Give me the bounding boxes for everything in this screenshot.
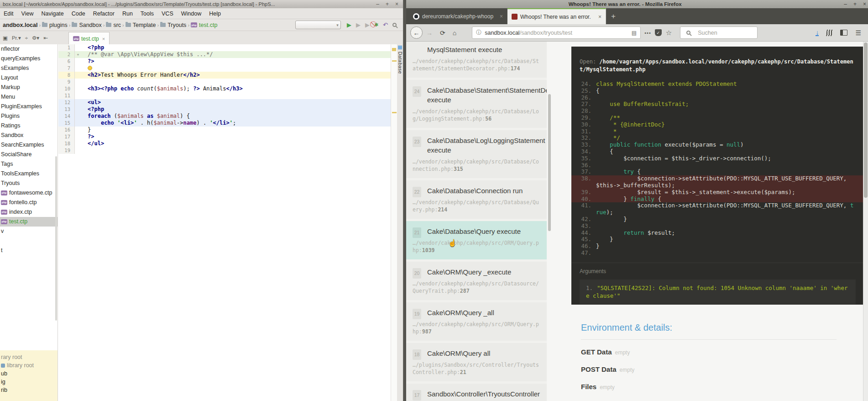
settings-gear-icon[interactable]: ⚙▾ — [32, 35, 39, 41]
intention-bulb-icon[interactable] — [88, 66, 92, 70]
ide-minimize-button[interactable]: – — [376, 1, 379, 7]
forward-button[interactable]: → — [426, 29, 433, 37]
tree-item-Menu[interactable]: Menu — [0, 92, 58, 102]
editor-line-12[interactable]: 12<ul> — [58, 99, 391, 106]
source-code-view[interactable]: 24.class MysqlStatement extends PDOState… — [571, 81, 864, 257]
warning-mark[interactable] — [392, 60, 397, 62]
site-info-icon[interactable]: ⓘ — [476, 29, 481, 37]
profile-button[interactable]: ▶ — [365, 21, 370, 28]
breadcrumb-item-src[interactable]: src — [106, 22, 121, 28]
stack-frame-24[interactable]: 24Cake\Database\Statement\StatementDecor… — [406, 80, 547, 128]
fold-marker[interactable]: + — [75, 51, 81, 58]
editor-line-11[interactable]: 11 — [58, 92, 391, 99]
editor-line-8[interactable]: 8<h2>Test Whoops Error Handler</h2> — [58, 72, 391, 79]
browser-title-bar[interactable]: Whoops! There was an error. - Mozilla Fi… — [406, 0, 868, 8]
menu-item-edit[interactable]: Edit — [4, 11, 14, 17]
editor-line-2[interactable]: 2+/** @var \App\View\AppView $this ...*/ — [58, 51, 391, 58]
stack-frame-22[interactable]: 22Cake\Database\Connection run…/vendor/c… — [406, 180, 547, 219]
browser-minimize-button[interactable]: – — [844, 1, 847, 7]
stack-frame-18[interactable]: 18Cake\ORM\Query all…/plugins/Sandbox/sr… — [406, 343, 547, 381]
menu-item-navigate[interactable]: Navigate — [41, 11, 63, 17]
tree-item-Layout[interactable]: Layout — [0, 73, 58, 83]
editor-line-7[interactable]: 7 — [58, 65, 391, 72]
editor-line-15[interactable]: 15 echo '<li>' . h($animal->name) . '</l… — [58, 120, 391, 127]
stack-frame-17[interactable]: 17Sandbox\Controller\TryoutsController t… — [406, 384, 547, 401]
ide-maximize-button[interactable]: + — [386, 1, 389, 7]
editor-line-19[interactable]: 19 — [58, 147, 391, 154]
tree-item-fontawesome.ctp[interactable]: phpfontawesome.ctp — [0, 188, 58, 198]
project-panel-icon[interactable]: ▣ — [3, 35, 8, 41]
page-scrollbar-thumb[interactable] — [864, 42, 868, 198]
stack-frame-21[interactable]: 21Cake\Database\Query execute…/vendor/ca… — [406, 221, 547, 259]
warning-mark[interactable] — [392, 112, 397, 113]
menu-item-view[interactable]: View — [21, 11, 34, 17]
editor-line-1[interactable]: 1<?php — [58, 44, 391, 51]
editor-tab-test-ctp[interactable]: php test.ctp × — [68, 32, 110, 45]
tree-item-test.ctp[interactable]: phptest.ctp — [0, 217, 58, 227]
menu-item-tools[interactable]: Tools — [141, 11, 154, 17]
editor-line-9[interactable]: 9 — [58, 79, 391, 85]
stack-frame-top[interactable]: MysqlStatement execute…/vendor/cakephp/c… — [406, 42, 547, 78]
tree-item-Tryouts[interactable]: Tryouts — [0, 179, 58, 188]
tracking-shield-icon[interactable]: ✓ — [655, 29, 662, 36]
search-icon[interactable] — [392, 23, 397, 27]
tree-item-nflector[interactable]: nflector — [0, 44, 58, 54]
search-bar[interactable]: Suchen — [680, 26, 758, 39]
editor-line-17[interactable]: 17?> — [58, 133, 391, 140]
stack-frame-23[interactable]: 23Cake\Database\Log\LoggingStatement exe… — [406, 130, 547, 178]
tree-item-SearchExamples[interactable]: SearchExamples — [0, 140, 58, 150]
project-panel-title[interactable]: Pr.▾ — [12, 35, 21, 41]
menu-item-refactor[interactable]: Refactor — [93, 11, 115, 17]
menu-item-help[interactable]: Help — [209, 11, 221, 17]
debug-button[interactable]: ▶ — [356, 21, 361, 28]
editor-line-6[interactable]: 6?> — [58, 58, 391, 65]
tree-item-SocialShare[interactable]: SocialShare — [0, 150, 58, 159]
editor-line-13[interactable]: 13<?php — [58, 106, 391, 113]
tree-scrollbar[interactable] — [55, 156, 57, 321]
split-view-icon[interactable]: ÷ — [25, 35, 28, 41]
tree-item-Ratings[interactable]: Ratings — [0, 121, 58, 131]
tree-item-PluginExamples[interactable]: PluginExamples — [0, 102, 58, 111]
editor-marker-strip[interactable] — [391, 44, 397, 401]
undo-icon[interactable]: ↶ — [383, 21, 388, 28]
breadcrumb-item-plugins[interactable]: plugins — [42, 22, 68, 28]
tree-item-sExamples[interactable]: sExamples — [0, 63, 58, 73]
tree-item-rib[interactable]: rib — [0, 386, 58, 394]
editor-line-10[interactable]: 10<h3><?php echo count($animals); ?> Ani… — [58, 85, 391, 92]
ide-close-button[interactable]: × — [395, 1, 398, 7]
tab-close-icon[interactable]: × — [102, 36, 105, 42]
tree-item-ub[interactable]: ub — [0, 369, 58, 378]
page-actions-icon[interactable]: ••• — [644, 30, 651, 36]
menu-icon[interactable]: ☰ — [855, 29, 861, 37]
run-button[interactable]: ▶ — [347, 21, 351, 28]
breadcrumb-item-andbox.local[interactable]: andbox.local — [3, 22, 37, 28]
tree-item-fontello.ctp[interactable]: phpfontello.ctp — [0, 198, 58, 207]
hide-panel-icon[interactable]: ⇤ — [43, 35, 48, 41]
stack-frame-19[interactable]: 19Cake\ORM\Query _all…/vendor/cakephp/ca… — [406, 302, 547, 341]
tree-item-blank[interactable] — [0, 236, 58, 246]
tree-item-library-root[interactable]: library root — [0, 361, 58, 369]
tree-item-Sandbox[interactable]: Sandbox — [0, 131, 58, 140]
stack-frame-20[interactable]: 20Cake\ORM\Query _execute…/vendor/cakeph… — [406, 262, 547, 300]
breadcrumb-item-test.ctp[interactable]: phptest.ctp — [191, 22, 217, 28]
bookmark-star-icon[interactable]: ☆ — [666, 29, 672, 37]
menu-item-window[interactable]: Window — [181, 11, 201, 17]
tab-github[interactable]: dereuromark/cakephp-whoop × — [409, 8, 507, 24]
run-config-dropdown[interactable]: ▾ — [295, 21, 341, 29]
tab-close-icon[interactable]: × — [598, 14, 601, 20]
frames-scrollbar[interactable] — [548, 94, 551, 231]
breadcrumb-item-tryouts[interactable]: Tryouts — [160, 22, 186, 28]
browser-maximize-button[interactable]: + — [853, 1, 857, 7]
ide-title-bar[interactable]: box.local [~/work/cakebox/Apps/sandbox.l… — [0, 0, 403, 8]
tree-item-queryExamples[interactable]: queryExamples — [0, 54, 58, 63]
menu-item-run[interactable]: Run — [122, 11, 133, 17]
breadcrumb-item-sandbox[interactable]: Sandbox — [72, 22, 101, 28]
home-button[interactable]: ⌂ — [453, 29, 456, 37]
tab-close-icon[interactable]: × — [500, 13, 503, 20]
url-bar[interactable]: ⓘ sandbox.local /sandbox/tryouts/test ▤ — [472, 26, 641, 39]
new-tab-button[interactable]: + — [606, 8, 621, 24]
reload-button[interactable]: ⟳ — [440, 29, 445, 37]
code-editor[interactable]: 1<?php2+/** @var \App\View\AppView $this… — [58, 44, 391, 401]
browser-close-button[interactable]: × — [863, 1, 866, 7]
tab-whoops[interactable]: Whoops! There was an error. × — [507, 8, 606, 24]
